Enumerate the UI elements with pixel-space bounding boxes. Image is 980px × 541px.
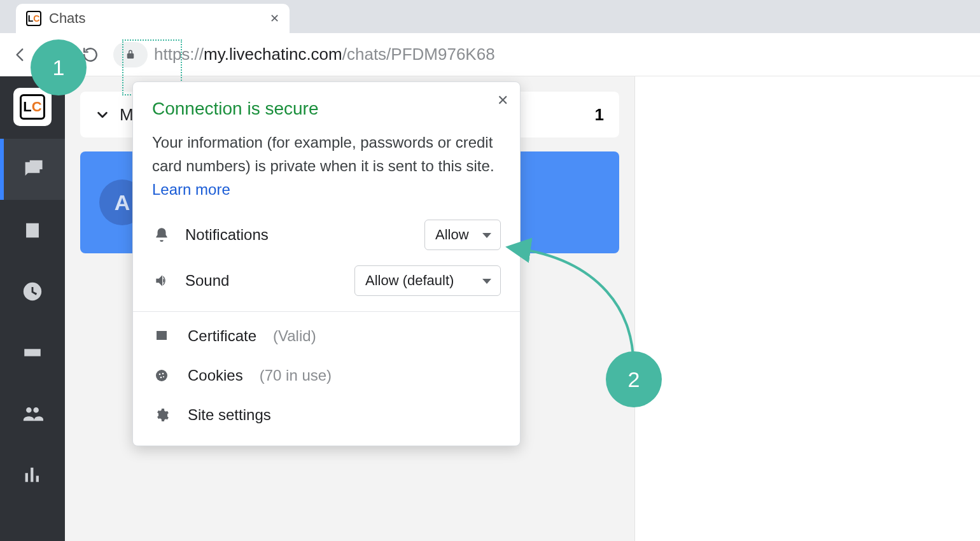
svg-point-3 (162, 372, 164, 374)
cookies-label: Cookies (188, 367, 243, 384)
sidebar-item-reports[interactable] (0, 444, 65, 505)
sidebar-item-agents[interactable] (0, 383, 65, 444)
gear-icon (152, 407, 171, 423)
desc-text: Your information (for example, passwords… (152, 134, 494, 174)
chevron-down-icon (95, 108, 109, 122)
svg-point-5 (163, 376, 164, 377)
popover-close-icon[interactable]: ✕ (497, 92, 508, 109)
connection-secure-title: Connection is secure (152, 99, 501, 119)
favicon-letter-l: L (28, 13, 34, 24)
sound-label: Sound (185, 272, 340, 290)
cookies-row[interactable]: Cookies (70 in use) (152, 367, 501, 384)
chat-header-letter: M (120, 105, 134, 125)
notifications-label: Notifications (185, 226, 410, 244)
logo-letter-l: L (23, 99, 31, 115)
notifications-dropdown[interactable]: Allow (424, 220, 501, 250)
logo-letter-c: C (32, 99, 42, 115)
back-button[interactable] (11, 46, 29, 64)
site-info-popover: ✕ Connection is secure Your information … (132, 81, 521, 446)
tab-title: Chats (49, 10, 262, 27)
sound-value: Allow (default) (365, 272, 454, 289)
svg-point-4 (160, 376, 162, 378)
annotation-badge-2: 2 (606, 351, 662, 407)
tab-favicon: LC (26, 11, 41, 26)
url-host: my.livechatinc.com (204, 45, 342, 64)
browser-toolbar: https://my.livechatinc.com/chats/PFDM976… (0, 33, 980, 76)
learn-more-link[interactable]: Learn more (152, 181, 230, 198)
svg-rect-0 (30, 160, 43, 169)
bell-icon (152, 227, 171, 243)
tab-close-icon[interactable]: ✕ (270, 11, 279, 25)
svg-point-1 (156, 370, 167, 381)
cookies-status: (70 in use) (260, 367, 332, 384)
browser-tab[interactable]: LC Chats ✕ (16, 4, 290, 33)
connection-secure-description: Your information (for example, passwords… (152, 130, 501, 202)
svg-point-2 (159, 373, 161, 375)
notifications-value: Allow (435, 227, 469, 243)
url-scheme: https:// (154, 45, 204, 64)
sound-icon (152, 272, 171, 289)
permission-row-notifications: Notifications Allow (152, 220, 501, 250)
app-sidebar: LC (0, 76, 65, 541)
browser-tabstrip: LC Chats ✕ (0, 0, 980, 33)
certificate-row[interactable]: Certificate (Valid) (152, 327, 501, 345)
sidebar-item-history[interactable] (0, 261, 65, 322)
sound-dropdown[interactable]: Allow (default) (354, 265, 501, 296)
certificate-label: Certificate (188, 327, 256, 345)
site-settings-label: Site settings (188, 406, 271, 424)
app-logo[interactable]: LC (13, 88, 52, 126)
popover-divider (133, 311, 520, 312)
certificate-icon (152, 328, 171, 344)
address-bar[interactable]: https://my.livechatinc.com/chats/PFDM976… (113, 42, 969, 67)
favicon-letter-c: C (33, 13, 39, 24)
sidebar-item-contacts[interactable] (0, 200, 65, 261)
certificate-status: (Valid) (273, 327, 316, 345)
sidebar-item-tickets[interactable] (0, 322, 65, 383)
annotation-badge-1: 1 (31, 39, 87, 95)
permission-row-sound: Sound Allow (default) (152, 265, 501, 296)
chat-count: 1 (595, 105, 604, 125)
url-path: /chats/PFDM976K68 (342, 45, 495, 64)
lock-icon[interactable] (113, 42, 148, 67)
sidebar-item-chats[interactable] (0, 139, 65, 200)
cookie-icon (152, 368, 171, 383)
site-settings-row[interactable]: Site settings (152, 406, 501, 424)
